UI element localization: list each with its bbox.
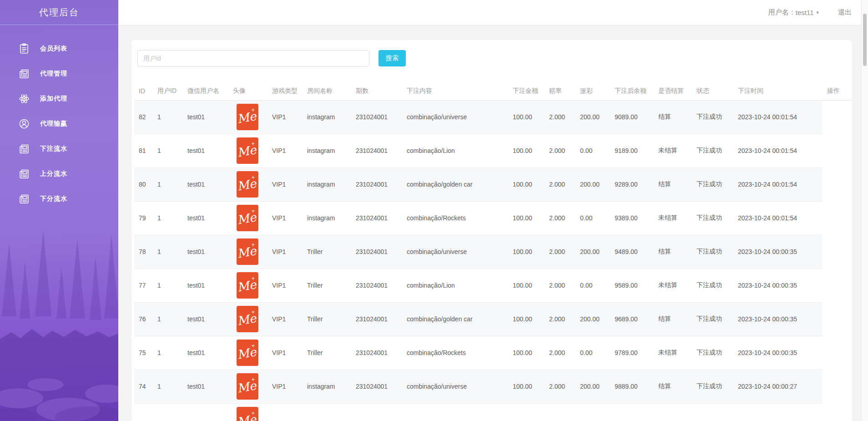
- cell-settled: 结算: [654, 100, 692, 134]
- cell-user_id: 1: [153, 167, 183, 201]
- cell-status: 下注成功: [692, 302, 733, 336]
- atom-icon: [18, 93, 30, 105]
- cell-id: 76: [134, 302, 153, 336]
- column-header: 下注后余额: [610, 82, 654, 100]
- cell-id: 81: [134, 134, 153, 167]
- cell-game_type: VIP1: [267, 370, 303, 403]
- sidebar-item-2[interactable]: 代理管理: [0, 61, 118, 86]
- chevron-down-icon: ▾: [816, 10, 819, 15]
- column-header: ID: [134, 82, 153, 100]
- avatar-image: Me+: [237, 407, 258, 421]
- cell-status: 下注成功: [692, 100, 733, 134]
- cell-settled: 未结算: [654, 336, 692, 370]
- cell-time: 2023-10-24 00:01:54: [733, 167, 823, 201]
- avatar-image: Me+: [237, 238, 258, 265]
- username-dropdown[interactable]: 用户名：test11 ▾: [768, 8, 819, 17]
- cell-odds: 2.000: [545, 134, 575, 167]
- cell-content: combinação/Rockets: [402, 336, 508, 370]
- avatar-image: Me+: [237, 373, 258, 400]
- cell-room: Triller: [303, 336, 351, 370]
- sidebar-item-5[interactable]: 下注流水: [0, 136, 118, 161]
- search-button[interactable]: 搜索: [378, 50, 406, 66]
- cell-payout: [575, 403, 610, 421]
- cell-room: instagram: [303, 201, 351, 235]
- avatar-cell: Me+: [228, 235, 267, 269]
- cell-balance: 9489.00: [610, 235, 654, 269]
- cell-amount: 100.00: [508, 302, 545, 336]
- cell-time: 2023-10-24 00:01:54: [733, 201, 823, 235]
- cell-time: 2023-10-24 00:00:27: [733, 370, 823, 403]
- column-header: 赔率: [545, 82, 575, 100]
- logout-button[interactable]: 退出: [838, 8, 852, 17]
- cell-time: 2023-10-24 00:01:54: [733, 100, 823, 134]
- cell-user_id: 1: [153, 201, 183, 235]
- cell-amount: 100.00: [508, 201, 545, 235]
- cell-id: [134, 403, 153, 421]
- cell-content: combinação/golden car: [402, 167, 508, 201]
- cell-wechat_name: test01: [183, 100, 228, 134]
- cell-id: 78: [134, 235, 153, 269]
- avatar-plus-glyph: +: [251, 174, 255, 181]
- cell-period: 231024001: [351, 134, 402, 167]
- cell-amount: 100.00: [508, 336, 545, 370]
- cell-settled: 未结算: [654, 201, 692, 235]
- avatar-image: Me+: [237, 104, 258, 130]
- cell-settled: 未结算: [654, 269, 692, 302]
- cell-amount: 100.00: [508, 370, 545, 403]
- avatar-cell: Me+: [228, 269, 267, 302]
- cell-wechat_name: test01: [183, 302, 228, 336]
- table-row: 741test01Me+VIP1instagram231024001combin…: [134, 370, 852, 403]
- cell-payout: 200.00: [575, 235, 610, 269]
- cell-status: 下注成功: [692, 167, 733, 201]
- cell-period: 231024001: [351, 370, 402, 403]
- cell-wechat_name: test01: [183, 370, 228, 403]
- cell-room: [303, 403, 351, 421]
- cell-period: 231024001: [351, 302, 402, 336]
- table-row: 791test01Me+VIP1instagram231024001combin…: [134, 201, 852, 235]
- op-cell: [823, 370, 852, 403]
- cell-settled: 结算: [654, 370, 692, 403]
- table-row: 821test01Me+VIP1instagram231024001combin…: [134, 100, 852, 134]
- avatar-plus-glyph: +: [251, 208, 255, 214]
- sidebar-item-label: 上分流水: [40, 170, 67, 178]
- avatar-cell: Me+: [228, 336, 267, 370]
- cell-period: 231024001: [351, 100, 402, 134]
- avatar-image: Me+: [237, 340, 258, 366]
- sidebar: 代理后台 会员列表代理管理添加代理代理输赢下注流水上分流水下分流水: [0, 0, 118, 421]
- sidebar-item-4[interactable]: 代理输赢: [0, 111, 118, 136]
- sidebar-menu: 会员列表代理管理添加代理代理输赢下注流水上分流水下分流水: [0, 36, 118, 211]
- cell-period: 231024001: [351, 336, 402, 370]
- cell-balance: [610, 403, 654, 421]
- cell-payout: 0.00: [575, 269, 610, 302]
- scrollbar-thumb[interactable]: [863, 14, 867, 66]
- cell-game_type: VIP1: [267, 235, 303, 269]
- avatar-cell: Me+: [228, 167, 267, 201]
- user-circle-icon: [18, 118, 30, 130]
- cell-amount: 100.00: [508, 269, 545, 302]
- cell-balance: 9589.00: [610, 269, 654, 302]
- username-value: test11: [796, 9, 814, 16]
- table-row: 801test01Me+VIP1instagram231024001combin…: [134, 167, 852, 201]
- cell-time: 2023-10-24 00:00:35: [733, 269, 823, 302]
- cell-game_type: VIP1: [267, 134, 303, 167]
- sidebar-item-7[interactable]: 下分流水: [0, 186, 118, 211]
- sidebar-item-1[interactable]: 会员列表: [0, 36, 118, 61]
- column-header: 房间名称: [303, 82, 351, 100]
- cell-content: combinação/Rockets: [402, 201, 508, 235]
- cell-id: 82: [134, 100, 153, 134]
- avatar-plus-glyph: +: [251, 342, 255, 349]
- cell-settled: 结算: [654, 302, 692, 336]
- cell-settled: 未结算: [654, 134, 692, 167]
- sidebar-item-3[interactable]: 添加代理: [0, 86, 118, 111]
- sidebar-item-6[interactable]: 上分流水: [0, 161, 118, 186]
- cell-status: 下注成功: [692, 370, 733, 403]
- cell-user_id: 1: [153, 336, 183, 370]
- cell-settled: 结算: [654, 167, 692, 201]
- search-input[interactable]: [137, 50, 369, 66]
- cell-wechat_name: test01: [183, 167, 228, 201]
- cell-amount: 100.00: [508, 167, 545, 201]
- cell-amount: 100.00: [508, 100, 545, 134]
- cell-odds: [545, 403, 575, 421]
- news-icon: [18, 68, 30, 80]
- column-header: 派彩: [575, 82, 610, 100]
